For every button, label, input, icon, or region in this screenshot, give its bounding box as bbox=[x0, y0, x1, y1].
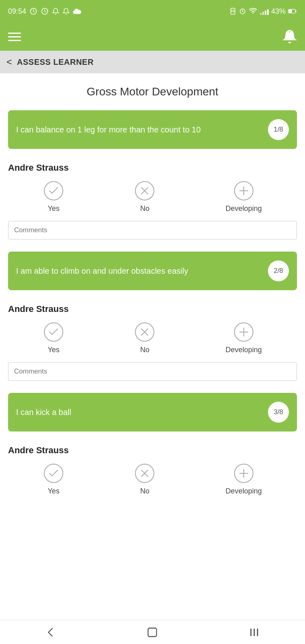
timer-icon-1 bbox=[29, 7, 37, 15]
developing-icon-2 bbox=[233, 322, 254, 343]
question-card-2: I am able to climb on and under obstacle… bbox=[8, 252, 297, 290]
signal-icon bbox=[260, 8, 269, 15]
option-yes-1[interactable]: Yes bbox=[43, 180, 64, 213]
yes-icon-3 bbox=[43, 463, 64, 484]
option-developing-2[interactable]: Developing bbox=[226, 322, 262, 354]
hamburger-menu[interactable] bbox=[8, 33, 21, 41]
back-nav-icon bbox=[45, 627, 56, 638]
svg-rect-2 bbox=[231, 8, 235, 14]
cloud-icon bbox=[73, 8, 82, 15]
developing-label-3: Developing bbox=[226, 487, 262, 495]
bottom-nav-recent[interactable] bbox=[203, 620, 305, 644]
notification-icon-small bbox=[52, 8, 59, 15]
question-text-1: I can balance on 1 leg for more than the… bbox=[16, 124, 261, 135]
no-label-1: No bbox=[140, 204, 149, 213]
status-bar: 09:54 bbox=[0, 0, 305, 23]
svg-rect-7 bbox=[295, 10, 296, 12]
back-button[interactable]: < bbox=[6, 56, 12, 68]
nav-title: ASSESS LEARNER bbox=[17, 58, 93, 67]
app-bar-bell-icon[interactable] bbox=[282, 29, 297, 44]
option-no-3[interactable]: No bbox=[134, 463, 155, 495]
svg-point-8 bbox=[289, 31, 291, 33]
no-label-2: No bbox=[140, 346, 149, 354]
status-bar-right: 43% bbox=[229, 7, 297, 16]
sim-icon bbox=[229, 8, 237, 15]
question-text-3: I can kick a ball bbox=[16, 407, 261, 418]
yes-icon-2 bbox=[43, 322, 64, 343]
wifi-icon bbox=[249, 8, 257, 15]
recent-nav-icon bbox=[249, 627, 260, 638]
question-badge-3: 3/8 bbox=[268, 402, 289, 423]
learner-name-3: Andre Strauss bbox=[8, 445, 297, 456]
developing-label-1: Developing bbox=[226, 204, 262, 213]
option-no-1[interactable]: No bbox=[134, 180, 155, 213]
yes-label-3: Yes bbox=[48, 487, 59, 495]
bottom-nav-back[interactable] bbox=[0, 620, 102, 644]
time-display: 09:54 bbox=[8, 7, 26, 16]
learner-name-2: Andre Strauss bbox=[8, 304, 297, 314]
option-developing-1[interactable]: Developing bbox=[226, 180, 262, 213]
yes-label-1: Yes bbox=[48, 204, 59, 213]
assessment-section-1: Andre Strauss Yes No bbox=[8, 159, 297, 248]
app-bar bbox=[0, 23, 305, 51]
assessment-section-3: Andre Strauss Yes No bbox=[8, 441, 297, 512]
svg-point-9 bbox=[44, 182, 63, 200]
nav-bar: < ASSESS LEARNER bbox=[0, 51, 305, 73]
alarm-icon bbox=[239, 8, 246, 15]
svg-rect-30 bbox=[148, 628, 157, 636]
no-icon-3 bbox=[134, 463, 155, 484]
developing-icon-1 bbox=[233, 180, 254, 201]
home-nav-icon bbox=[147, 627, 158, 638]
options-row-1: Yes No Developing bbox=[8, 180, 297, 213]
yes-icon-1 bbox=[43, 180, 64, 201]
content-area: Gross Motor Development I can balance on… bbox=[0, 73, 305, 620]
no-icon-1 bbox=[134, 180, 155, 201]
svg-rect-3 bbox=[232, 10, 234, 12]
no-label-3: No bbox=[140, 487, 149, 495]
svg-point-16 bbox=[44, 323, 63, 341]
assessment-section-2: Andre Strauss Yes No bbox=[8, 300, 297, 389]
options-row-2: Yes No Developing bbox=[8, 322, 297, 354]
learner-name-1: Andre Strauss bbox=[8, 163, 297, 173]
svg-rect-6 bbox=[289, 10, 292, 13]
question-badge-2: 2/8 bbox=[268, 260, 289, 281]
comments-input-2[interactable] bbox=[8, 362, 297, 381]
battery-icon bbox=[288, 8, 297, 14]
question-text-2: I am able to climb on and under obstacle… bbox=[16, 265, 261, 277]
comments-input-1[interactable] bbox=[8, 221, 297, 239]
no-icon-2 bbox=[134, 322, 155, 343]
notification-icon-small-2 bbox=[62, 8, 70, 15]
developing-label-2: Developing bbox=[226, 346, 262, 354]
bottom-nav bbox=[0, 620, 305, 644]
option-yes-3[interactable]: Yes bbox=[43, 463, 64, 495]
question-card-1: I can balance on 1 leg for more than the… bbox=[8, 110, 297, 149]
svg-point-23 bbox=[44, 464, 63, 483]
options-row-3: Yes No Developing bbox=[8, 463, 297, 495]
question-card-3: I can kick a ball 3/8 bbox=[8, 393, 297, 431]
battery-display: 43% bbox=[271, 7, 286, 16]
yes-label-2: Yes bbox=[48, 346, 59, 354]
timer-icon-2 bbox=[41, 7, 49, 15]
question-badge-1: 1/8 bbox=[268, 119, 289, 140]
developing-icon-3 bbox=[233, 463, 254, 484]
option-yes-2[interactable]: Yes bbox=[43, 322, 64, 354]
bottom-nav-home[interactable] bbox=[102, 620, 203, 644]
page-title: Gross Motor Development bbox=[8, 85, 297, 98]
option-no-2[interactable]: No bbox=[134, 322, 155, 354]
status-bar-left: 09:54 bbox=[8, 7, 82, 16]
option-developing-3[interactable]: Developing bbox=[226, 463, 262, 495]
